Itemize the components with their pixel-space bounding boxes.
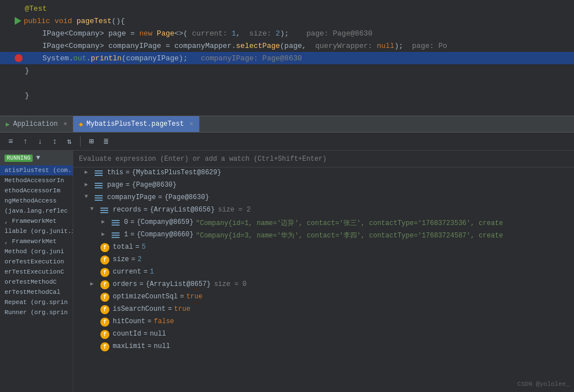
var-eq-issearchcount: = — [168, 305, 172, 313]
tab-application[interactable]: ▶ Application × — [0, 116, 73, 132]
var-size[interactable]: ▶ f size = 2 — [73, 254, 574, 267]
code-line-3: IPage<Company> page = new Page<>( curren… — [0, 27, 574, 39]
variables-panel[interactable]: Evaluate expression (Enter) or add a wat… — [73, 151, 574, 392]
code-text-8: } — [25, 91, 29, 100]
tab-icon-mybatis: ◆ — [79, 120, 83, 129]
icon-size: f — [100, 256, 109, 265]
var-name-records: records — [113, 206, 141, 214]
bp-5 — [15, 54, 23, 62]
stack-item-9[interactable]: oreTestExecution — [0, 257, 73, 267]
var-eq-record-0: = — [130, 218, 134, 226]
var-this[interactable]: ▶ this = {MybatisPlusTest@8629} — [73, 168, 574, 180]
stack-item-4[interactable]: (java.lang.reflec — [0, 206, 73, 216]
tab-mybatis[interactable]: ◆ MybatisPlusTest.pageTest × — [73, 116, 200, 132]
var-total[interactable]: ▶ f total = 5 — [73, 242, 574, 254]
stack-item-name-12: erTestMethodCal — [5, 289, 68, 296]
var-value-companyipage: {Page@8630} — [165, 193, 209, 201]
stack-item-13[interactable]: Repeat (org.sprin — [0, 297, 73, 307]
stack-item-2[interactable]: ethodAccessorIm — [0, 186, 73, 196]
icon-record-1 — [112, 231, 121, 240]
var-issearchcount[interactable]: ▶ f isSearchCount = true — [73, 304, 574, 316]
stack-item-3[interactable]: ngMethodAccess — [0, 196, 73, 206]
stack-item-name-9: oreTestExecution — [5, 258, 68, 265]
stack-item-14[interactable]: Runner (org.sprin — [0, 307, 73, 318]
code-text-5: System.out.println(companyIPage); compan… — [25, 54, 302, 63]
tab-close-mybatis[interactable]: × — [189, 121, 193, 127]
toolbar-step-btn[interactable]: ↕ — [48, 135, 61, 148]
stack-item-0[interactable]: atisPlusTest (com. — [0, 165, 73, 175]
watermark-text: CSDN @yololee_ — [518, 381, 569, 387]
icon-companyipage — [95, 193, 104, 202]
var-value-records: {ArrayList@8656} — [150, 206, 215, 214]
var-value-record-1: {Company@8660} — [136, 231, 193, 239]
gutter-2 — [5, 17, 12, 25]
var-optimizecountsql[interactable]: ▶ f optimizeCountSql = true — [73, 292, 574, 304]
expand-companyipage[interactable]: ▼ — [85, 193, 92, 200]
expand-this[interactable]: ▶ — [85, 169, 92, 175]
stack-item-name-10: erTestExecutionC — [5, 268, 68, 275]
stack-item-name-11: oreTestMethodC — [5, 279, 68, 285]
icon-record-0 — [112, 218, 121, 227]
filter-icon[interactable]: ▼ — [36, 154, 40, 162]
expand-page[interactable]: ▶ — [85, 181, 92, 188]
var-value-size: 2 — [138, 256, 142, 263]
var-record-0[interactable]: ▶ 0 = {Company@8659} "Company{id=1, name… — [73, 217, 574, 230]
toolbar-up-btn[interactable]: ↑ — [19, 135, 32, 148]
var-maxlimit[interactable]: ▶ f maxLimit = null — [73, 341, 574, 354]
var-orders[interactable]: ▶ f orders = {ArrayList@8657} size = 0 — [73, 279, 574, 292]
stack-item-11[interactable]: oreTestMethodC — [0, 277, 73, 287]
gutter-6 — [5, 67, 12, 74]
var-countid[interactable]: ▶ f countId = null — [73, 329, 574, 341]
debug-panel: RUNNING ▼ atisPlusTest (com. MethodAcces… — [0, 151, 574, 392]
var-size-records: size = 2 — [218, 206, 251, 214]
stack-item-6[interactable]: llable (org.junit.i — [0, 226, 73, 236]
bp-4 — [15, 42, 23, 50]
var-eq-countid: = — [143, 330, 147, 338]
toolbar-filter-btn[interactable]: ⇅ — [63, 135, 76, 148]
expand-record-1[interactable]: ▶ — [101, 231, 109, 237]
stack-item-name-0: atisPlusTest (com. — [5, 167, 68, 174]
stack-item-7[interactable]: , FrameworkMet — [0, 236, 73, 246]
watermark: CSDN @yololee_ — [518, 381, 569, 387]
var-eq-maxlimit: = — [148, 342, 152, 350]
toolbar-menu-btn[interactable]: ≡ — [5, 135, 17, 148]
code-text-6: } — [25, 67, 29, 75]
var-value-total: 5 — [142, 243, 145, 251]
var-name-countid: countId — [113, 330, 141, 338]
var-eq-optimizecountsql: = — [180, 293, 184, 301]
code-line-4: IPage<Company> companyIPage = companyMap… — [0, 39, 574, 52]
code-text-3: IPage<Company> page = new Page<>( curren… — [25, 29, 372, 38]
code-text-1: @Test — [25, 5, 47, 13]
tab-label-app: Application — [13, 120, 58, 128]
toolbar-down-btn[interactable]: ↓ — [34, 135, 46, 148]
var-name-record-1: 1 — [124, 231, 128, 239]
var-record-1[interactable]: ▶ 1 = {Company@8660} "Company{id=3, name… — [73, 230, 574, 242]
icon-total: f — [100, 243, 109, 252]
bp-3 — [15, 29, 23, 37]
expand-orders[interactable]: ▶ — [90, 280, 98, 287]
code-text-7 — [25, 79, 29, 87]
var-value-orders: {ArrayList@8657} — [145, 280, 210, 288]
stack-item-10[interactable]: erTestExecutionC — [0, 267, 73, 277]
toolbar-grid-btn[interactable]: ⊞ — [85, 135, 98, 148]
tab-close-app[interactable]: × — [63, 121, 67, 127]
var-name-total: total — [113, 243, 133, 251]
toolbar-list-btn[interactable]: ≣ — [100, 135, 112, 148]
var-hitcount[interactable]: ▶ f hitCount = false — [73, 316, 574, 329]
var-current[interactable]: ▶ f current = 1 — [73, 267, 574, 279]
stack-item-12[interactable]: erTestMethodCal — [0, 287, 73, 297]
var-eq-page: = — [126, 181, 130, 189]
var-records[interactable]: ▼ records = {ArrayList@8656} size = 2 — [73, 205, 574, 217]
gutter-4 — [5, 42, 12, 50]
stack-item-5[interactable]: , FrameworkMet — [0, 216, 73, 226]
var-size-orders: size = 0 — [214, 280, 247, 288]
var-page[interactable]: ▶ page = {Page@8630} — [73, 180, 574, 192]
var-companyipage[interactable]: ▼ companyIPage = {Page@8630} — [73, 192, 574, 205]
bp-8 — [15, 91, 23, 99]
stack-item-8[interactable]: Method (org.juni — [0, 246, 73, 257]
expand-records[interactable]: ▼ — [90, 206, 98, 212]
expand-record-0[interactable]: ▶ — [101, 218, 109, 225]
var-name-record-0: 0 — [124, 218, 128, 226]
stack-item-name-8: Method (org.juni — [5, 248, 68, 255]
stack-item-1[interactable]: MethodAccessorIn — [0, 175, 73, 186]
